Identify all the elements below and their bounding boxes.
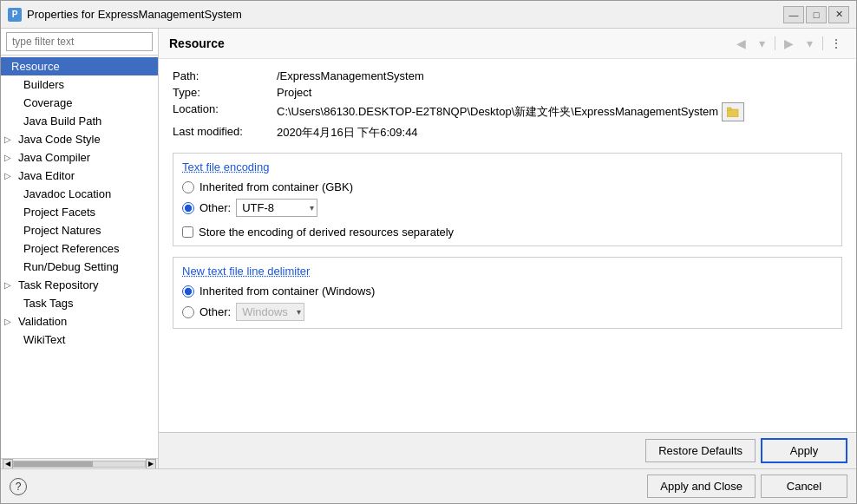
sidebar-item-label-java-editor: Java Editor <box>18 169 75 182</box>
encoding-radio-inherited-label: Inherited from container (GBK) <box>200 180 353 193</box>
sidebar-item-coverage[interactable]: Coverage <box>1 94 158 112</box>
sidebar-item-java-code-style[interactable]: ▷Java Code Style <box>1 130 158 148</box>
content-title: Resource <box>169 36 225 50</box>
newline-radio-group: Inherited from container (Windows) Other… <box>182 285 833 321</box>
type-value: Project <box>277 86 842 99</box>
newline-select[interactable]: WindowsUnixMacOS <box>236 303 304 321</box>
encoding-radio-inherited-row: Inherited from container (GBK) <box>182 180 833 193</box>
sidebar-item-label-resource: Resource <box>11 60 60 73</box>
sidebar-item-label-javadoc-location: Javadoc Location <box>23 187 111 200</box>
restore-defaults-button[interactable]: Restore Defaults <box>645 439 756 462</box>
sidebar-item-label-task-tags: Task Tags <box>23 297 74 310</box>
sidebar-item-label-coverage: Coverage <box>23 96 72 109</box>
newline-radio-inherited-row: Inherited from container (Windows) <box>182 285 833 298</box>
encoding-checkbox-row: Store the encoding of derived resources … <box>182 226 833 239</box>
sidebar-item-project-natures[interactable]: Project Natures <box>1 221 158 239</box>
derived-encoding-checkbox[interactable] <box>182 226 193 238</box>
type-label: Type: <box>173 86 277 99</box>
sidebar-item-java-editor[interactable]: ▷Java Editor <box>1 167 158 185</box>
sidebar-item-label-project-facets: Project Facets <box>23 206 95 219</box>
svg-rect-0 <box>727 109 738 117</box>
encoding-radio-other-row: Other: UTF-8GBKISO-8859-1US-ASCII <box>182 199 833 217</box>
filter-input[interactable] <box>6 32 153 51</box>
lastmod-value: 2020年4月16日 下午6:09:44 <box>277 125 842 141</box>
encoding-section-title[interactable]: Text file encoding <box>182 160 833 173</box>
location-browse-button[interactable] <box>722 102 744 121</box>
nav-separator-2 <box>822 36 823 50</box>
menu-button[interactable]: ⋮ <box>827 34 846 53</box>
sidebar-item-project-references[interactable]: Project References <box>1 239 158 258</box>
sidebar-item-java-build-path[interactable]: Java Build Path <box>1 112 158 130</box>
sidebar-item-label-java-compiler: Java Compiler <box>18 151 90 164</box>
cancel-button[interactable]: Cancel <box>761 475 847 498</box>
sidebar-item-task-repository[interactable]: ▷Task Repository <box>1 276 158 294</box>
sidebar-item-wikitext[interactable]: WikiText <box>1 331 158 349</box>
encoding-section: Text file encoding Inherited from contai… <box>173 153 842 246</box>
sidebar-item-resource[interactable]: Resource <box>1 57 158 75</box>
newline-radio-other-label: Other: <box>200 305 231 318</box>
apply-and-close-button[interactable]: Apply and Close <box>647 475 756 498</box>
scroll-left-arrow[interactable]: ◀ <box>3 459 13 469</box>
sidebar-item-javadoc-location[interactable]: Javadoc Location <box>1 185 158 203</box>
filter-box <box>1 29 158 56</box>
newline-radio-inherited[interactable] <box>182 285 194 298</box>
folder-icon <box>727 107 739 117</box>
expand-arrow-java-code-style: ▷ <box>4 134 15 144</box>
close-button[interactable]: ✕ <box>828 6 849 23</box>
sidebar: ResourceBuildersCoverageJava Build Path▷… <box>1 29 159 468</box>
sidebar-item-label-wikitext: WikiText <box>23 333 65 346</box>
title-bar-left: P Properties for ExpressManagementSystem <box>8 8 242 22</box>
back-dropdown-button[interactable]: ▾ <box>752 34 771 53</box>
encoding-select-wrapper: UTF-8GBKISO-8859-1US-ASCII <box>236 199 317 217</box>
newline-select-wrapper: WindowsUnixMacOS <box>236 303 304 321</box>
sidebar-item-label-java-code-style: Java Code Style <box>18 133 101 146</box>
sidebar-item-task-tags[interactable]: Task Tags <box>1 294 158 312</box>
scroll-right-arrow[interactable]: ▶ <box>146 459 156 469</box>
sidebar-item-label-builders: Builders <box>23 78 64 91</box>
encoding-radio-inherited[interactable] <box>182 181 194 193</box>
forward-button[interactable]: ▶ <box>779 34 798 53</box>
expand-arrow-validation: ▷ <box>4 317 15 326</box>
location-label: Location: <box>173 102 277 115</box>
sidebar-item-java-compiler[interactable]: ▷Java Compiler <box>1 148 158 167</box>
minimize-button[interactable]: — <box>783 6 804 23</box>
bottom-bar: ? Apply and Close Cancel <box>1 468 856 503</box>
sidebar-item-validation[interactable]: ▷Validation <box>1 312 158 331</box>
newline-radio-inherited-label: Inherited from container (Windows) <box>200 285 375 298</box>
main-area: ResourceBuildersCoverageJava Build Path▷… <box>1 29 856 468</box>
sidebar-item-project-facets[interactable]: Project Facets <box>1 203 158 221</box>
forward-dropdown-button[interactable]: ▾ <box>800 34 819 53</box>
derived-encoding-label: Store the encoding of derived resources … <box>199 226 454 239</box>
dialog-icon: P <box>8 8 22 22</box>
sidebar-item-label-project-references: Project References <box>23 242 120 255</box>
location-row-inner: C:\Users\86130.DESKTOP-E2T8NQP\Desktop\新… <box>277 102 744 121</box>
encoding-radio-other[interactable] <box>182 202 194 214</box>
newline-section-title[interactable]: New text file line delimiter <box>182 265 833 278</box>
encoding-radio-group: Inherited from container (GBK) Other: UT… <box>182 180 833 239</box>
title-controls: — □ ✕ <box>783 6 849 23</box>
help-button[interactable]: ? <box>10 478 27 495</box>
expand-arrow-java-editor: ▷ <box>4 171 15 180</box>
content-area: Resource ◀ ▾ ▶ ▾ ⋮ Path: /ExpressManagem… <box>159 29 856 468</box>
back-button[interactable]: ◀ <box>731 34 750 53</box>
maximize-button[interactable]: □ <box>806 6 827 23</box>
info-table: Path: /ExpressManagementSystem Type: Pro… <box>173 69 842 141</box>
path-value: /ExpressManagementSystem <box>277 69 842 82</box>
svg-rect-1 <box>727 108 731 110</box>
path-label: Path: <box>173 69 277 82</box>
expand-arrow-task-repository: ▷ <box>4 280 15 290</box>
content-header: Resource ◀ ▾ ▶ ▾ ⋮ <box>159 29 856 59</box>
sidebar-item-run-debug-settings[interactable]: Run/Debug Setting <box>1 258 158 276</box>
sidebar-item-label-project-natures: Project Natures <box>23 224 101 237</box>
title-bar: P Properties for ExpressManagementSystem… <box>1 1 856 29</box>
content-body: Path: /ExpressManagementSystem Type: Pro… <box>159 59 856 432</box>
newline-radio-other[interactable] <box>182 306 194 318</box>
sidebar-item-builders[interactable]: Builders <box>1 75 158 94</box>
sidebar-item-label-java-build-path: Java Build Path <box>23 115 101 128</box>
lastmod-label: Last modified: <box>173 125 277 138</box>
sidebar-item-label-run-debug-settings: Run/Debug Setting <box>23 260 119 273</box>
scrollbar-thumb <box>14 461 93 467</box>
location-row: Location: C:\Users\86130.DESKTOP-E2T8NQP… <box>173 102 842 121</box>
apply-button[interactable]: Apply <box>761 438 847 463</box>
encoding-select[interactable]: UTF-8GBKISO-8859-1US-ASCII <box>236 199 317 217</box>
